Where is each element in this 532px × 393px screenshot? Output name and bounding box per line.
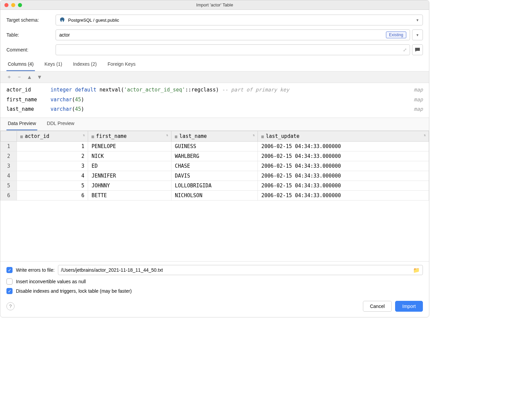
column-header[interactable]: ▦actor_id⇅	[17, 131, 88, 141]
chevron-down-icon: ▼	[416, 18, 419, 22]
table-row[interactable]: 2 2 NICK WAHLBERG 2006-02-15 04:34:33.00…	[1, 151, 429, 161]
preview-tabs: Data PreviewDDL Preview	[0, 118, 429, 130]
row-number: 3	[1, 161, 17, 171]
cell[interactable]: 2006-02-15 04:34:33.000000	[258, 181, 429, 190]
columns-toolbar: ＋ － ▲ ▼	[0, 71, 429, 83]
write-errors-checkbox[interactable]: ✓	[6, 267, 13, 273]
existing-badge: Existing	[386, 32, 406, 38]
cell[interactable]: 6	[17, 190, 88, 200]
table-row[interactable]: 3 3 ED CHASE 2006-02-15 04:34:33.000000	[1, 161, 429, 171]
columns-definition: actor_idinteger default nextval('actor_a…	[0, 83, 429, 118]
cell[interactable]: 5	[17, 181, 88, 190]
cell[interactable]: 2006-02-15 04:34:33.000000	[258, 190, 429, 200]
table-row[interactable]: 1 1 PENELOPE GUINESS 2006-02-15 04:34:33…	[1, 141, 429, 151]
data-preview-grid: ▦actor_id⇅▦first_name⇅▦last_name⇅▦last_u…	[0, 131, 429, 201]
cell[interactable]: ED	[88, 161, 171, 171]
main-tab[interactable]: Foreign Keys	[106, 59, 137, 71]
cell[interactable]: GUINESS	[171, 141, 258, 151]
remove-column-button[interactable]: －	[17, 74, 22, 81]
import-button[interactable]: Import	[395, 301, 423, 312]
window-title: Import 'actor' Table	[0, 2, 429, 7]
cancel-button[interactable]: Cancel	[363, 301, 392, 312]
target-schema-value: PostgreSQL / guest.public	[68, 18, 119, 23]
cell[interactable]: 2006-02-15 04:34:33.000000	[258, 161, 429, 171]
disable-indexes-checkbox[interactable]: ✓	[6, 288, 13, 294]
table-options-button[interactable]: ▼	[412, 29, 423, 40]
row-number: 2	[1, 151, 17, 161]
add-column-button[interactable]: ＋	[6, 74, 12, 81]
column-header[interactable]: ▦last_name⇅	[171, 131, 258, 141]
move-down-button[interactable]: ▼	[37, 74, 42, 80]
column-header[interactable]: ▦first_name⇅	[88, 131, 171, 141]
column-icon: ▦	[91, 134, 94, 139]
row-number: 1	[1, 141, 17, 151]
cell[interactable]: DAVIS	[171, 171, 258, 181]
table-input-wrapper: Existing	[56, 29, 410, 40]
preview-tab[interactable]: DDL Preview	[45, 118, 76, 130]
comment-icon	[415, 47, 420, 52]
comment-label: Comment:	[6, 47, 56, 53]
table-row[interactable]: 4 4 JENNIFER DAVIS 2006-02-15 04:34:33.0…	[1, 171, 429, 181]
folder-icon[interactable]: 📁	[413, 267, 420, 273]
write-errors-path-input[interactable]	[61, 267, 413, 273]
target-schema-label: Target schema:	[6, 17, 56, 23]
cell[interactable]: WAHLBERG	[171, 151, 258, 161]
cell[interactable]: 2006-02-15 04:34:33.000000	[258, 171, 429, 181]
chevron-down-icon: ▼	[416, 33, 419, 37]
cell[interactable]: 2006-02-15 04:34:33.000000	[258, 141, 429, 151]
titlebar: Import 'actor' Table	[0, 0, 429, 10]
expand-icon[interactable]: ⤢	[403, 47, 407, 53]
sort-icon: ⇅	[83, 133, 85, 137]
column-definition-row[interactable]: actor_idinteger default nextval('actor_a…	[6, 85, 423, 95]
target-schema-select[interactable]: PostgreSQL / guest.public ▼	[56, 15, 423, 25]
cell[interactable]: NICHOLSON	[171, 190, 258, 200]
sort-icon: ⇅	[253, 133, 255, 137]
move-up-button[interactable]: ▲	[27, 74, 32, 80]
column-icon: ▦	[261, 134, 264, 139]
cell[interactable]: 1	[17, 141, 88, 151]
cell[interactable]: JOHNNY	[88, 181, 171, 190]
cell[interactable]: LOLLOBRIGIDA	[171, 181, 258, 190]
disable-indexes-label: Disable indexes and triggers, lock table…	[16, 288, 132, 294]
insert-null-label: Insert inconvertible values as null	[16, 279, 86, 284]
column-definition-row[interactable]: first_namevarchar(45)map	[6, 95, 423, 105]
row-number: 6	[1, 190, 17, 200]
table-row[interactable]: 5 5 JOHNNY LOLLOBRIGIDA 2006-02-15 04:34…	[1, 181, 429, 190]
column-definition-row[interactable]: last_namevarchar(45)map	[6, 104, 423, 114]
sort-icon: ⇅	[166, 133, 168, 137]
main-tab[interactable]: Columns (4)	[6, 59, 35, 71]
main-tab[interactable]: Indexes (2)	[71, 59, 98, 71]
main-tab[interactable]: Keys (1)	[43, 59, 63, 71]
write-errors-label: Write errors to file:	[16, 267, 55, 273]
cell[interactable]: 2006-02-15 04:34:33.000000	[258, 151, 429, 161]
postgresql-icon	[59, 17, 65, 23]
table-label: Table:	[6, 32, 56, 38]
cell[interactable]: NICK	[88, 151, 171, 161]
sort-icon: ⇅	[424, 133, 426, 137]
cell[interactable]: 4	[17, 171, 88, 181]
help-button[interactable]: ?	[6, 302, 15, 310]
cell[interactable]: PENELOPE	[88, 141, 171, 151]
cell[interactable]: JENNIFER	[88, 171, 171, 181]
row-number-header	[1, 131, 17, 141]
cell[interactable]: 3	[17, 161, 88, 171]
preview-tab[interactable]: Data Preview	[6, 118, 37, 130]
column-icon: ▦	[175, 134, 177, 139]
comment-options-button[interactable]	[412, 44, 423, 55]
cell[interactable]: CHASE	[171, 161, 258, 171]
cell[interactable]: 2	[17, 151, 88, 161]
main-tabs: Columns (4)Keys (1)Indexes (2)Foreign Ke…	[0, 59, 429, 71]
insert-null-checkbox[interactable]	[6, 278, 13, 285]
cell[interactable]: BETTE	[88, 190, 171, 200]
table-row[interactable]: 6 6 BETTE NICHOLSON 2006-02-15 04:34:33.…	[1, 190, 429, 200]
row-number: 5	[1, 181, 17, 190]
comment-input[interactable]	[59, 47, 403, 53]
column-header[interactable]: ▦last_update⇅	[258, 131, 429, 141]
data-preview-grid-wrap: ▦actor_id⇅▦first_name⇅▦last_name⇅▦last_u…	[0, 130, 429, 262]
column-icon: ▦	[20, 134, 23, 139]
row-number: 4	[1, 171, 17, 181]
table-input[interactable]	[59, 32, 386, 38]
